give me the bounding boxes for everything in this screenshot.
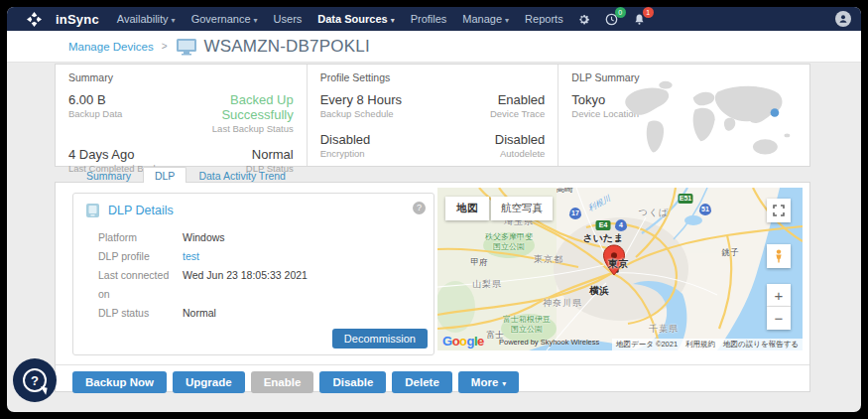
- google-logo-letter: o: [459, 334, 466, 349]
- nav-item-data-sources[interactable]: Data Sources▾: [317, 13, 394, 25]
- google-logo[interactable]: Google: [442, 334, 484, 349]
- chevron-down-icon: ▾: [172, 16, 176, 25]
- help-fab-button[interactable]: ?: [13, 358, 57, 402]
- profile-settings-panel: Profile Settings Every 8 HoursBackup Sch…: [307, 65, 558, 166]
- google-map[interactable]: 高崎つくば埼玉県さいたま東京都東京甲府山梨県横浜神奈川県秩父多摩甲斐 国立公園富…: [437, 188, 803, 350]
- user-avatar[interactable]: [835, 11, 851, 27]
- stat-label: Encryption: [320, 148, 433, 159]
- panel-title: Summary: [68, 71, 294, 83]
- stat-value: Disabled: [433, 132, 545, 147]
- dlp-details-card: DLP Details ? PlatformWindowsDLP profile…: [72, 193, 434, 355]
- stat-value: Normal: [181, 147, 293, 162]
- road-shield: 51: [699, 204, 711, 215]
- road-shield: E4: [596, 220, 611, 230]
- zoom-in-button[interactable]: +: [767, 284, 791, 307]
- dlp-details-title: DLP Details: [108, 204, 174, 217]
- map-attribution-item[interactable]: 地図の誤りを報告する: [719, 339, 803, 350]
- nav-item-users[interactable]: Users: [274, 13, 303, 25]
- dlp-detail-row: DLP profiletest: [73, 247, 434, 266]
- tab-dlp[interactable]: DLP: [143, 167, 186, 183]
- chevron-down-icon: ▾: [505, 16, 509, 25]
- breadcrumb-separator: >: [162, 41, 168, 52]
- help-bubble-icon: ?: [23, 368, 47, 392]
- breadcrumb-manage-devices-link[interactable]: Manage Devices: [68, 41, 154, 53]
- tab-summary[interactable]: Summary: [74, 167, 143, 183]
- summary-panel: Summary 6.00 BBackup DataBacked Up Succe…: [56, 65, 307, 166]
- google-logo-letter: o: [452, 334, 459, 349]
- actions-divider: [56, 364, 809, 365]
- breadcrumb: Manage Devices > WSAMZN-DB7POKLI: [7, 31, 861, 63]
- stat-value: Backed Up Successfully: [181, 92, 293, 122]
- top-nav: inSync Availability▾Governance▾UsersData…: [7, 7, 861, 31]
- nav-item-reports[interactable]: Reports: [525, 13, 563, 25]
- stat-device-trace: EnabledDevice Trace: [433, 92, 545, 119]
- dlp-row-label: DLP profile: [73, 247, 183, 266]
- nav-item-profiles[interactable]: Profiles: [411, 13, 447, 25]
- decommission-button[interactable]: Decommission: [332, 329, 428, 349]
- help-question-icon[interactable]: ?: [413, 202, 426, 214]
- road-shield: 17: [569, 208, 581, 219]
- notification-badge: 1: [643, 7, 654, 18]
- google-logo-letter: g: [467, 334, 474, 349]
- stat-backup-data: 6.00 BBackup Data: [68, 92, 181, 134]
- dlp-profile-link[interactable]: test: [183, 247, 199, 266]
- map-attribution-item[interactable]: 地図データ ©2021: [612, 339, 682, 350]
- google-logo-letter: e: [477, 334, 484, 349]
- dlp-device-icon: [85, 203, 100, 218]
- more-button[interactable]: More▾: [458, 371, 520, 393]
- dlp-row-label: Platform: [73, 228, 183, 247]
- tab-data-activity-trend[interactable]: Data Activity Trend: [186, 167, 298, 183]
- stat-label: Last Backup Status: [181, 123, 293, 134]
- nav-item-availability[interactable]: Availability▾: [117, 13, 176, 25]
- device-actions: Backup NowUpgradeEnableDisableDeleteMore…: [72, 371, 519, 393]
- nav-item-manage[interactable]: Manage▾: [462, 13, 509, 25]
- chevron-down-icon: ▾: [391, 16, 395, 25]
- disable-button[interactable]: Disable: [319, 371, 386, 393]
- stat-value: Enabled: [433, 92, 545, 107]
- backup-now-button[interactable]: Backup Now: [72, 371, 167, 393]
- settings-gear-icon[interactable]: [577, 12, 591, 26]
- stat-encryption: DisabledEncryption: [320, 132, 433, 159]
- notifications-bell-icon[interactable]: 1: [633, 12, 647, 26]
- street-view-pegman-icon[interactable]: [767, 244, 791, 268]
- skyhook-attribution: Powered by Skyhook Wireless: [499, 338, 599, 347]
- google-logo-letter: G: [442, 334, 452, 349]
- enable-button: Enable: [251, 371, 314, 393]
- dlp-row-label: Last connected on: [73, 266, 183, 304]
- brand-name: inSync: [56, 12, 99, 27]
- dlp-summary-panel: DLP Summary TokyoDevice Location: [558, 65, 809, 166]
- world-map: [613, 78, 804, 166]
- stat-label: Autodelete: [433, 148, 545, 159]
- delete-button[interactable]: Delete: [392, 371, 452, 393]
- stat-label: Backup Schedule: [320, 108, 433, 119]
- fullscreen-icon[interactable]: [767, 199, 791, 222]
- dlp-row-value: Normal: [183, 304, 216, 323]
- dlp-detail-row: DLP statusNormal: [73, 304, 434, 323]
- activity-stream-icon[interactable]: 0: [605, 12, 619, 26]
- map-type-button[interactable]: 地図: [445, 197, 489, 220]
- insync-console: inSync Availability▾Governance▾UsersData…: [7, 7, 861, 412]
- road-shield: E51: [679, 194, 693, 204]
- device-location-dot: [771, 108, 780, 117]
- stat-value: Disabled: [320, 132, 433, 147]
- device-monitor-icon: [176, 38, 197, 56]
- map-attribution: 地図データ ©2021利用規約地図の誤りを報告する: [612, 339, 803, 350]
- dlp-row-label: DLP status: [73, 304, 183, 323]
- zoom-out-button[interactable]: −: [767, 307, 791, 330]
- activity-badge: 0: [615, 7, 626, 18]
- summary-row: Summary 6.00 BBackup DataBacked Up Succe…: [55, 64, 810, 167]
- upgrade-button[interactable]: Upgrade: [173, 371, 245, 393]
- satellite-button[interactable]: 航空写真: [491, 197, 553, 220]
- road-shield: 4: [615, 219, 627, 231]
- dlp-detail-row: PlatformWindows: [73, 228, 434, 247]
- stat-backup-schedule: Every 8 HoursBackup Schedule: [320, 92, 433, 119]
- dlp-detail-row: Last connected onWed Jun 23 18:05:33 202…: [73, 266, 434, 304]
- nav-item-governance[interactable]: Governance▾: [191, 13, 258, 25]
- druva-logo-icon[interactable]: [27, 12, 42, 27]
- stat-value: 4 Days Ago: [68, 147, 181, 162]
- dlp-row-value: Windows: [183, 228, 225, 247]
- chevron-down-icon: ▾: [254, 16, 258, 25]
- nav-menu: Availability▾Governance▾UsersData Source…: [117, 13, 563, 25]
- stat-label: Backup Data: [68, 108, 181, 119]
- map-attribution-item[interactable]: 利用規約: [682, 339, 719, 350]
